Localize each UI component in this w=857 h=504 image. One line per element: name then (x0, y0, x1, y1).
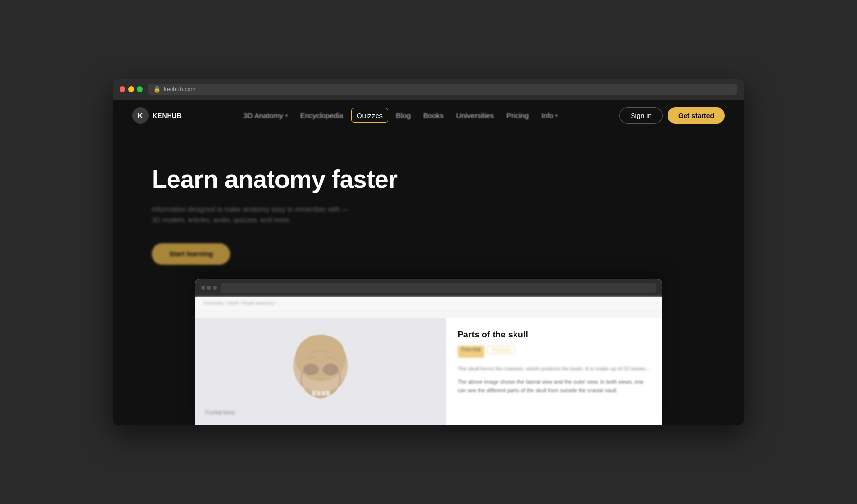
chevron-down-icon: ▾ (285, 113, 288, 118)
svg-point-3 (323, 364, 338, 375)
preview-image-area: Frontal bone (195, 318, 446, 425)
preview-dot-2 (207, 286, 211, 290)
skull-illustration (282, 333, 360, 410)
logo-text: KENHUB (153, 112, 182, 119)
nav-label-quizzes: Quizzes (357, 111, 383, 119)
address-text: kenhub.com (164, 86, 195, 93)
nav-label-blog: Blog (396, 111, 411, 119)
nav-link-blog[interactable]: Blog (391, 108, 415, 122)
image-label: Frontal bone (205, 409, 235, 415)
nav-logo[interactable]: K KENHUB (132, 107, 182, 124)
preview-section: Overview / Skull / Head anatomy / ... (152, 265, 705, 425)
svg-point-1 (295, 335, 346, 381)
svg-rect-7 (326, 391, 330, 396)
hero-title: Learn anatomy faster (152, 165, 443, 194)
lock-icon: 🔒 (154, 86, 161, 93)
preview-body-text-2: The above image shows the lateral view a… (458, 378, 650, 395)
nav-link-3danatomy[interactable]: 3D Anatomy ▾ (239, 108, 292, 122)
breadcrumb: Overview / Skull / Head anatomy / ... (195, 297, 662, 310)
nav-link-books[interactable]: Books (418, 108, 448, 122)
svg-rect-6 (321, 391, 325, 396)
preview-tag-free: Free trial (458, 346, 484, 358)
svg-rect-4 (312, 391, 316, 396)
preview-body-text: The skull forms the cranium, which prote… (458, 365, 650, 373)
signin-button[interactable]: Sign in (619, 107, 663, 124)
preview-dots (201, 286, 217, 290)
hero-content: Learn anatomy faster Information designe… (152, 165, 443, 265)
nav-link-quizzes[interactable]: Quizzes (351, 108, 388, 123)
nav-label-pricing: Pricing (506, 111, 529, 119)
preview-section-title: Parts of the skull (458, 330, 650, 340)
nav-links: 3D Anatomy ▾ Encyclopedia Quizzes Blog B… (239, 108, 563, 123)
dot-fullscreen[interactable] (137, 86, 143, 92)
preview-address-bar (221, 283, 656, 293)
address-bar[interactable]: 🔒 kenhub.com (148, 84, 737, 95)
nav-link-universities[interactable]: Universities (451, 108, 499, 122)
nav-label-universities: Universities (456, 111, 494, 119)
nav-label-info: Info (541, 111, 553, 119)
preview-dot-1 (201, 286, 205, 290)
preview-tag-premium: Premium (487, 346, 515, 354)
browser-dots (120, 86, 143, 92)
preview-content: Frontal bone Parts of the skull Free tri… (195, 318, 662, 425)
preview-browser: Overview / Skull / Head anatomy / ... (195, 279, 662, 425)
preview-dot-3 (213, 286, 217, 290)
hero-section: Learn anatomy faster Information designe… (113, 131, 744, 425)
nav-link-encyclopedia[interactable]: Encyclopedia (295, 108, 348, 122)
nav-link-info[interactable]: Info ▾ (536, 108, 563, 122)
browser-window: 🔒 kenhub.com K KENHUB 3D Anatomy ▾ Encyc… (113, 79, 744, 425)
chevron-down-icon-info: ▾ (555, 113, 558, 118)
dot-minimize[interactable] (128, 86, 134, 92)
nav-link-pricing[interactable]: Pricing (501, 108, 533, 122)
getstarted-button[interactable]: Get started (668, 107, 725, 124)
svg-rect-5 (317, 391, 321, 396)
start-learning-button[interactable]: Start learning (152, 243, 230, 265)
dot-close[interactable] (120, 86, 125, 92)
nav-actions: Sign in Get started (619, 107, 725, 124)
nav-label-3danatomy: 3D Anatomy (243, 111, 283, 119)
hero-subtitle: Information designed to make anatomy eas… (152, 204, 356, 226)
nav-label-encyclopedia: Encyclopedia (300, 111, 343, 119)
preview-info: Parts of the skull Free trial Premium Th… (446, 318, 662, 425)
preview-nav (195, 279, 662, 297)
svg-point-2 (303, 364, 319, 375)
nav-label-books: Books (423, 111, 444, 119)
navbar: K KENHUB 3D Anatomy ▾ Encyclopedia Quizz… (113, 100, 744, 131)
logo-icon: K (132, 107, 149, 124)
browser-chrome: 🔒 kenhub.com (113, 79, 744, 100)
